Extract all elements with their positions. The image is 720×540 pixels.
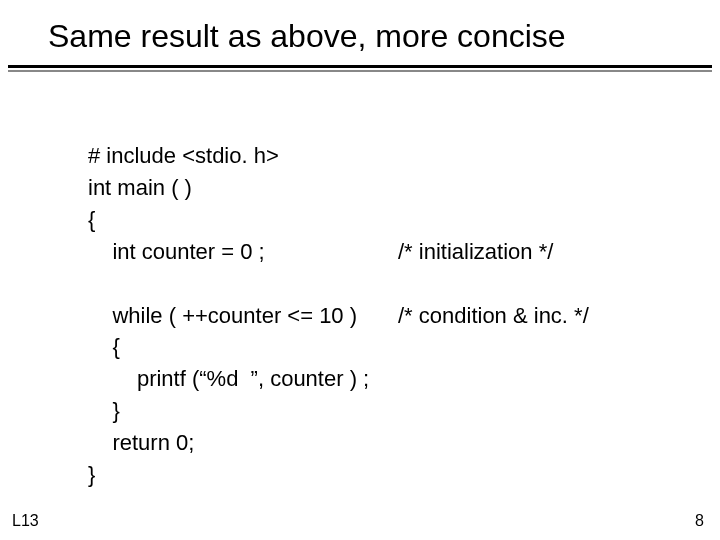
code-line: return 0; xyxy=(88,427,398,459)
code-line: while ( ++counter <= 10 ) xyxy=(88,300,398,332)
blank-line xyxy=(88,268,680,300)
code-line: # include <stdio. h> xyxy=(88,140,398,172)
title-rule xyxy=(8,65,712,68)
slide: Same result as above, more concise # inc… xyxy=(0,0,720,540)
code-comment: /* condition & inc. */ xyxy=(398,300,680,332)
code-line: { xyxy=(88,204,398,236)
title-rule-shadow xyxy=(8,70,712,72)
footer-page-number: 8 xyxy=(695,512,704,530)
footer-lecture-number: L13 xyxy=(12,512,39,530)
code-line: int counter = 0 ; xyxy=(88,236,398,268)
code-line: { xyxy=(88,331,398,363)
code-line: printf (“%d ”, counter ) ; xyxy=(88,363,398,395)
code-line: } xyxy=(88,459,398,491)
code-block: # include <stdio. h> int main ( ) { int … xyxy=(88,140,680,491)
code-line: int main ( ) xyxy=(88,172,398,204)
code-comment: /* initialization */ xyxy=(398,236,680,268)
slide-title: Same result as above, more concise xyxy=(0,0,720,65)
code-line: } xyxy=(88,395,398,427)
